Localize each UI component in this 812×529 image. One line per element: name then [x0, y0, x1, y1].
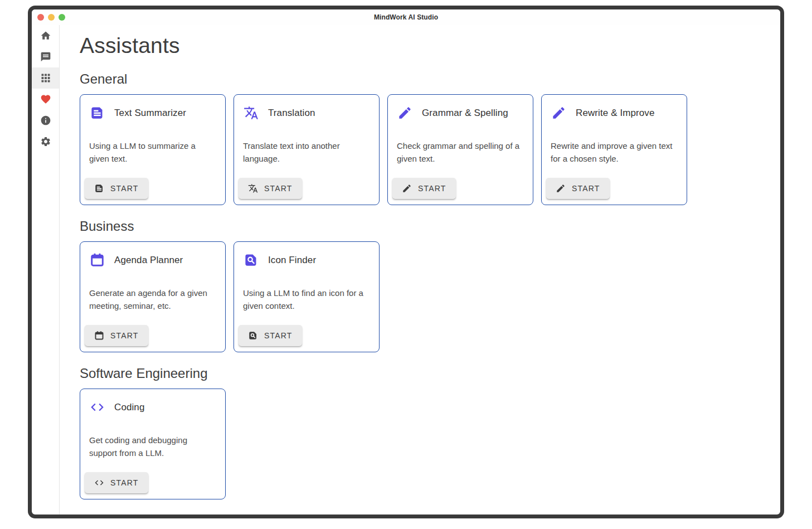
card-description: Using a LLM to find an icon for a given …	[243, 287, 370, 312]
zoom-window-button[interactable]	[59, 14, 65, 21]
page-title: Assistants	[80, 33, 780, 58]
assistant-section: Software Engineering Coding Get coding a…	[80, 366, 780, 499]
card-title: Translation	[268, 108, 315, 119]
chat-icon	[40, 51, 51, 62]
start-button[interactable]: START	[85, 472, 148, 493]
pencil-icon	[397, 105, 412, 120]
assistant-section: Business Agenda Planner Generate an agen…	[80, 219, 780, 352]
gear-icon	[40, 136, 51, 147]
traffic-lights	[37, 9, 65, 25]
start-button-label: START	[110, 184, 139, 193]
start-button-label: START	[572, 184, 600, 193]
close-window-button[interactable]	[37, 14, 44, 21]
apps-grid-icon	[40, 72, 51, 84]
assistant-card[interactable]: Rewrite & Improve Rewrite and improve a …	[541, 94, 687, 205]
start-button[interactable]: START	[239, 178, 302, 199]
pencil-icon	[556, 183, 566, 193]
start-button[interactable]: START	[546, 178, 610, 199]
sidebar-item-about[interactable]	[32, 110, 59, 131]
translate-icon	[248, 183, 258, 193]
start-button[interactable]: START	[85, 178, 148, 199]
card-description: Generate an agenda for a given meeting, …	[89, 287, 216, 312]
sections-container: General Text Summarizer Using a LLM to s…	[80, 71, 780, 499]
code-icon	[90, 400, 105, 415]
icon-search-icon	[244, 253, 259, 268]
sidebar-item-settings[interactable]	[32, 131, 59, 152]
assistant-card[interactable]: Agenda Planner Generate an agenda for a …	[80, 241, 226, 352]
assistant-card[interactable]: Icon Finder Using a LLM to find an icon …	[234, 241, 380, 352]
card-header: Rewrite & Improve	[551, 105, 679, 120]
pencil-icon	[551, 105, 566, 120]
window-content: Assistants General Text Summarizer Using…	[32, 25, 780, 515]
main-content: Assistants General Text Summarizer Using…	[60, 25, 780, 515]
assistant-section: General Text Summarizer Using a LLM to s…	[80, 71, 780, 205]
card-description: Translate text into another language.	[243, 139, 370, 165]
document-icon	[90, 105, 105, 120]
card-title: Icon Finder	[268, 255, 316, 266]
assistant-card[interactable]: Text Summarizer Using a LLM to summarize…	[80, 94, 226, 205]
info-icon	[40, 115, 51, 126]
card-title: Grammar & Spelling	[422, 108, 508, 119]
card-description: Check grammar and spelling of a given te…	[397, 139, 524, 165]
card-title: Rewrite & Improve	[576, 108, 655, 119]
sidebar-item-assistants[interactable]	[32, 67, 59, 89]
card-header: Text Summarizer	[90, 105, 217, 120]
section-heading: General	[80, 71, 780, 87]
start-button-label: START	[110, 478, 139, 487]
sidebar-item-chats[interactable]	[32, 46, 59, 67]
start-button-label: START	[418, 184, 446, 193]
card-header: Coding	[90, 400, 217, 415]
card-row: Text Summarizer Using a LLM to summarize…	[80, 94, 780, 205]
document-icon	[94, 183, 104, 193]
card-row: Agenda Planner Generate an agenda for a …	[80, 241, 780, 352]
start-button-label: START	[110, 331, 139, 340]
section-heading: Software Engineering	[80, 366, 780, 381]
card-description: Rewrite and improve a given text for a c…	[551, 139, 678, 165]
assistant-card[interactable]: Translation Translate text into another …	[234, 94, 380, 205]
icon-search-icon	[248, 331, 258, 341]
titlebar: MindWork AI Studio	[32, 9, 780, 25]
start-button-label: START	[264, 184, 293, 193]
card-row: Coding Get coding and debugging support …	[80, 389, 780, 499]
sidebar	[32, 25, 60, 515]
start-button[interactable]: START	[85, 325, 148, 346]
card-header: Icon Finder	[244, 253, 371, 268]
card-header: Grammar & Spelling	[397, 105, 525, 120]
minimize-window-button[interactable]	[48, 14, 55, 21]
calendar-icon	[94, 331, 104, 341]
card-header: Agenda Planner	[90, 253, 217, 268]
home-icon	[40, 30, 51, 41]
card-description: Get coding and debugging support from a …	[89, 434, 216, 459]
sidebar-item-favorites[interactable]	[32, 89, 59, 110]
calendar-icon	[90, 253, 105, 268]
code-icon	[94, 478, 104, 488]
assistant-card[interactable]: Coding Get coding and debugging support …	[80, 389, 226, 499]
pencil-icon	[402, 183, 412, 193]
card-description: Using a LLM to summarize a given text.	[89, 139, 216, 165]
start-button-label: START	[264, 331, 293, 340]
start-button[interactable]: START	[392, 178, 456, 199]
section-heading: Business	[80, 219, 780, 234]
translate-icon	[244, 105, 259, 120]
assistant-card[interactable]: Grammar & Spelling Check grammar and spe…	[387, 94, 533, 205]
card-header: Translation	[244, 105, 371, 120]
start-button[interactable]: START	[239, 325, 302, 346]
card-title: Text Summarizer	[114, 108, 186, 119]
card-title: Coding	[114, 402, 144, 413]
heart-icon	[40, 94, 51, 105]
app-window: MindWork AI Studio Assistants General Te…	[28, 6, 784, 518]
window-title: MindWork AI Studio	[32, 13, 780, 21]
sidebar-item-home[interactable]	[32, 25, 59, 46]
card-title: Agenda Planner	[114, 255, 183, 266]
